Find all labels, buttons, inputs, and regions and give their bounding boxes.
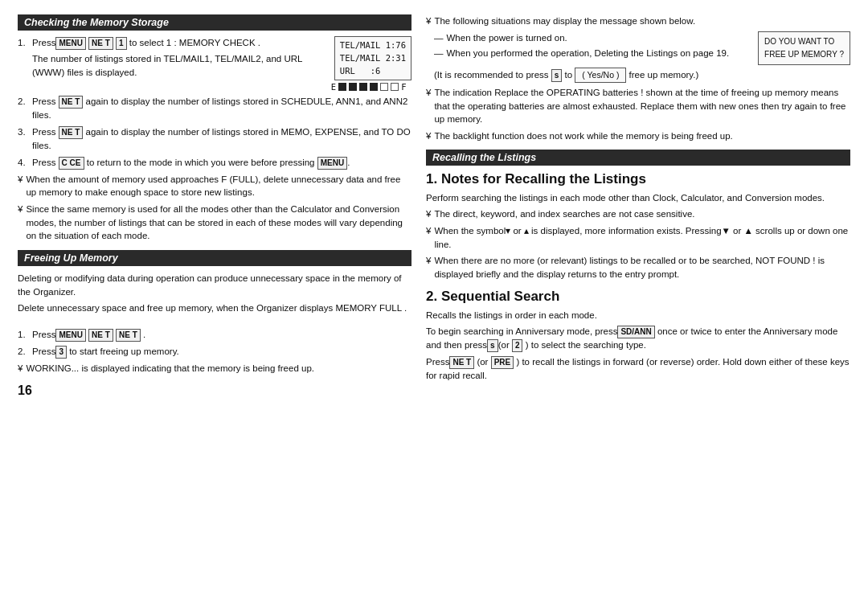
dash-sym-2: — (434, 47, 444, 60)
key-cce: C CE (59, 157, 84, 170)
num-3: 3. (18, 125, 29, 153)
progress-filled-2 (349, 83, 357, 91)
dash-item-1: — When the power is turned on. (426, 31, 750, 45)
key-1: 1 (116, 37, 127, 50)
section-recalling: Recalling the Listings 1. Notes for Reca… (426, 150, 850, 281)
free-num-1: 1. (18, 328, 29, 342)
yen-symbol-r3: ¥ (426, 129, 431, 143)
freeing-intro2: Delete unnecessary space and free up mem… (18, 301, 411, 315)
yen-text-2: Since the same memory is used for all th… (26, 203, 411, 243)
dash-and-box-area: — When the power is turned on. — When yo… (426, 31, 850, 65)
do-you-want-line1: DO YOU WANT TO (764, 37, 834, 46)
progress-empty-1 (380, 83, 388, 91)
key-net-2: NE T (59, 96, 84, 109)
section-sequential: 2. Sequential Search Recalls the listing… (426, 289, 850, 383)
key-2: 2 (512, 339, 523, 352)
progress-filled-3 (359, 83, 367, 91)
section-header-freeing: Freeing Up Memory (18, 250, 411, 266)
item-3-content: Press NE T again to display the number o… (32, 125, 411, 153)
yen-symbol-r2: ¥ (426, 86, 431, 126)
right-column: ¥ The following situations may display t… (426, 14, 850, 597)
progress-filled-4 (370, 83, 378, 91)
free-item-2-content: Press3 to start freeing up memory. (32, 345, 179, 359)
recall-yen-2: ¥ When the symbol▾ or ▴ is displayed, mo… (426, 224, 850, 251)
dash-text-2: When you performed the operation, Deleti… (447, 47, 730, 60)
key-s-2: s (487, 339, 498, 352)
left-column: Checking the Memory Storage 1. PressMENU… (18, 14, 411, 597)
do-you-want-area: DO YOU WANT TO FREE UP MEMORY ? (758, 31, 850, 65)
item-1-content: PressMENU NE T 1 to select 1 : MEMORY CH… (32, 36, 325, 79)
key-menu: MENU (55, 37, 85, 50)
key-3: 3 (55, 346, 67, 359)
progress-filled-1 (338, 83, 346, 91)
free-item-2: 2. Press3 to start freeing up memory. (18, 345, 411, 359)
section-memory-check: Checking the Memory Storage 1. PressMENU… (18, 14, 411, 243)
yen-symbol-r1: ¥ (426, 14, 431, 28)
freeing-intro1: Deleting or modifying data during operat… (18, 272, 411, 298)
key-pre: PRE (491, 356, 514, 369)
right-yen-text-2: The backlight function does not work whi… (434, 129, 732, 143)
item-1: 1. PressMENU NE T 1 to select 1 : MEMORY… (18, 36, 411, 92)
recalling-title: 1. Notes for Recalling the Listings (426, 171, 850, 187)
key-net-5: NE T (116, 329, 141, 342)
key-menu-2: MENU (317, 157, 347, 170)
free-yen-item: ¥ WORKING... is displayed indicating tha… (18, 362, 411, 375)
item-4: 4. Press C CE to return to the mode in w… (18, 156, 411, 170)
progress-label-e: E (331, 82, 336, 92)
item-2: 2. Press NE T again to display the numbe… (18, 95, 411, 122)
dash-text-1: When the power is turned on. (447, 31, 567, 45)
sequential-para2: PressNE T (or PRE ) to recall the listin… (426, 355, 850, 383)
item-3: 3. Press NE T again to display the numbe… (18, 125, 411, 153)
free-yen-text: WORKING... is displayed indicating that … (26, 362, 314, 375)
yen-text-1: When the amount of memory used approache… (26, 173, 411, 199)
key-net-4: NE T (88, 329, 113, 342)
yen-symbol-rc1: ¥ (426, 207, 431, 221)
key-press-s: s (551, 69, 563, 82)
yen-item-1: ¥ When the amount of memory used approac… (18, 173, 411, 199)
num-4: 4. (18, 156, 29, 170)
key-net-r: NE T (449, 356, 474, 369)
yen-symbol-2: ¥ (18, 203, 23, 243)
item-1-sub: The number of listings stored in TEL/MAI… (32, 52, 325, 79)
sequential-para1: To begin searching in Anniversary mode, … (426, 325, 850, 352)
sequential-title: 2. Sequential Search (426, 289, 850, 305)
dash-item-2: — When you performed the operation, Dele… (426, 47, 750, 60)
yen-symbol-rc3: ¥ (426, 254, 431, 281)
paren-note: (It is recommended to press s to ( Yes/N… (426, 68, 850, 83)
yes-no-box: ( Yes/No ) (575, 68, 626, 83)
item-4-content: Press C CE to return to the mode in whic… (32, 156, 350, 170)
free-item-1: 1. PressMENU NE T NE T . (18, 328, 411, 342)
progress-label-f: F (401, 82, 406, 92)
recalling-intro: Perform searching the listings in each m… (426, 191, 850, 205)
item-2-content: Press NE T again to display the number o… (32, 95, 411, 122)
right-yen-1: ¥ The indication Replace the OPERATING b… (426, 86, 850, 126)
item-1-text: 1. PressMENU NE T 1 to select 1 : MEMORY… (18, 36, 325, 82)
do-you-want-line2: FREE UP MEMORY ? (764, 50, 844, 59)
recall-yen-text-2: When the symbol▾ or ▴ is displayed, more… (434, 224, 850, 251)
section-freeing-memory: Freeing Up Memory Deleting or modifying … (18, 250, 411, 375)
num-1: 1. (18, 36, 29, 79)
num-2: 2. (18, 95, 29, 122)
progress-bar: E F (331, 82, 411, 92)
free-item-1-content: PressMENU NE T NE T . (32, 328, 145, 342)
display-box-1: TEL/MAIL 1:76 TEL/MAIL 2:31 URL :6 E F (331, 36, 411, 92)
dash-items-area: — When the power is turned on. — When yo… (426, 31, 750, 63)
right-intro-yen: ¥ The following situations may display t… (426, 14, 850, 28)
do-you-want-box: DO YOU WANT TO FREE UP MEMORY ? (758, 31, 850, 65)
recall-yen-text-1: The direct, keyword, and index searches … (434, 207, 694, 221)
recall-yen-text-3: When there are no more (or relevant) lis… (434, 254, 850, 281)
dash-sym-1: — (434, 31, 444, 45)
yen-symbol-1: ¥ (18, 173, 23, 199)
free-num-2: 2. (18, 345, 29, 359)
key-net: NE T (88, 37, 113, 50)
progress-empty-2 (391, 83, 399, 91)
recall-yen-3: ¥ When there are no more (or relevant) l… (426, 254, 850, 281)
yen-symbol-3: ¥ (18, 362, 23, 375)
recall-yen-1: ¥ The direct, keyword, and index searche… (426, 207, 850, 221)
section-header-memory-check: Checking the Memory Storage (18, 14, 411, 31)
sequential-intro: Recalls the listings in order in each mo… (426, 309, 850, 322)
key-net-3: NE T (59, 126, 84, 139)
right-intro-text: The following situations may display the… (434, 14, 695, 28)
page-container: Checking the Memory Storage 1. PressMENU… (0, 0, 868, 611)
yen-item-2: ¥ Since the same memory is used for all … (18, 203, 411, 243)
